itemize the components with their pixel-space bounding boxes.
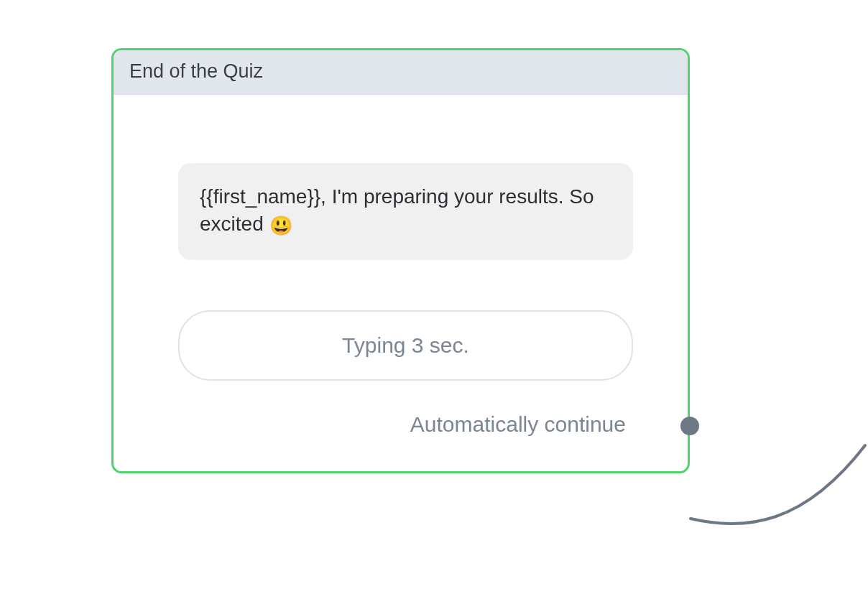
card-body: {{first_name}}, I'm preparing your resul… — [114, 95, 688, 471]
message-text: {{first_name}}, I'm preparing your resul… — [200, 185, 594, 235]
smile-emoji-icon: 😃 — [269, 213, 292, 238]
typing-delay-pill[interactable]: Typing 3 sec. — [178, 310, 633, 381]
auto-continue-label: Automatically continue — [178, 412, 633, 450]
message-bubble[interactable]: {{first_name}}, I'm preparing your resul… — [178, 163, 633, 260]
connector-line — [682, 438, 868, 575]
card-header[interactable]: End of the Quiz — [114, 50, 688, 95]
flow-node-card[interactable]: End of the Quiz {{first_name}}, I'm prep… — [111, 48, 690, 473]
card-title: End of the Quiz — [129, 60, 672, 83]
output-connector-dot[interactable] — [680, 417, 699, 435]
